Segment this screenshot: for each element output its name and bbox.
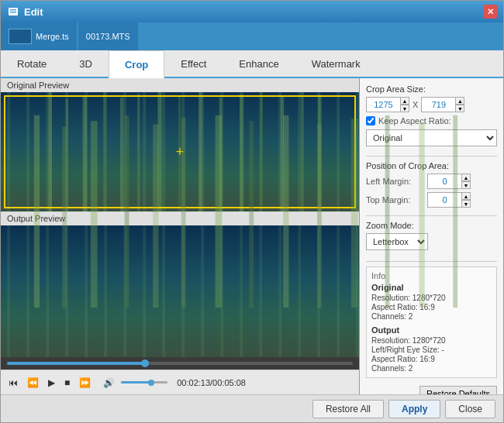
svg-rect-21: [125, 115, 129, 308]
svg-rect-30: [419, 122, 424, 308]
edit-window: Edit ✕ Merge.ts 00173.MTS Rotate 3D Crop…: [0, 0, 504, 423]
svg-rect-19: [62, 126, 67, 308]
tab-crop[interactable]: Crop: [109, 50, 164, 78]
output-video: [1, 225, 359, 357]
svg-rect-20: [91, 121, 98, 308]
svg-rect-23: [181, 118, 186, 308]
svg-rect-26: [283, 115, 288, 308]
svg-rect-25: [249, 121, 254, 308]
svg-rect-22: [153, 125, 158, 308]
output-preview-area: [1, 225, 359, 357]
left-panel: Original Preview: [1, 78, 360, 394]
svg-rect-31: [453, 115, 457, 308]
progress-track[interactable]: [7, 362, 353, 365]
svg-rect-18: [34, 115, 40, 308]
volume-fill: [121, 381, 151, 383]
main-content: Original Preview: [1, 78, 503, 394]
svg-rect-28: [351, 119, 358, 308]
volume-thumb[interactable]: [148, 380, 154, 386]
svg-rect-29: [385, 115, 390, 308]
volume-slider[interactable]: [121, 381, 167, 383]
progress-fill: [7, 362, 145, 365]
progress-thumb[interactable]: [141, 359, 149, 367]
svg-rect-27: [317, 125, 322, 308]
svg-rect-24: [216, 115, 223, 308]
output-bamboo-svg: [1, 78, 503, 394]
